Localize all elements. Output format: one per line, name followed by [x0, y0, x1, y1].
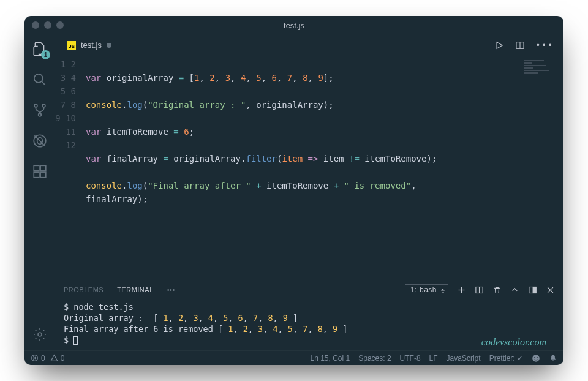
svg-point-4: [39, 113, 42, 116]
terminal-tab[interactable]: TERMINAL: [117, 286, 154, 298]
new-terminal-icon[interactable]: [457, 285, 466, 295]
svg-point-0: [34, 74, 43, 83]
editor-tabs: JS test.js •••: [55, 34, 564, 56]
more-actions-icon[interactable]: •••: [536, 40, 554, 50]
minimap[interactable]: [521, 56, 564, 279]
window-title: test.js: [284, 21, 304, 30]
close-window-button[interactable]: [32, 21, 39, 29]
unsaved-indicator-icon: [107, 43, 111, 48]
svg-point-28: [537, 357, 538, 358]
watermark: codevscolor.com: [481, 337, 546, 348]
editor-group: JS test.js ••• 1 2 3 4 5 6 7 8: [55, 34, 564, 350]
status-cursor-position[interactable]: Ln 15, Col 1: [311, 354, 350, 363]
kill-terminal-icon[interactable]: [492, 285, 502, 295]
line-gutter: 1 2 3 4 5 6 7 8 9 10 11 12: [55, 58, 86, 279]
code-editor[interactable]: 1 2 3 4 5 6 7 8 9 10 11 12 var originalA…: [55, 56, 521, 279]
status-warnings[interactable]: 0: [50, 354, 65, 363]
svg-point-11: [38, 333, 42, 336]
close-panel-icon[interactable]: [546, 285, 555, 295]
vscode-window: test.js 1: [24, 16, 564, 365]
svg-marker-12: [497, 42, 502, 49]
status-errors[interactable]: 0: [31, 354, 45, 363]
minimize-window-button[interactable]: [44, 21, 51, 29]
svg-point-2: [34, 104, 37, 107]
status-prettier[interactable]: Prettier: ✓: [489, 354, 523, 363]
titlebar: test.js: [24, 16, 564, 34]
terminal-selector[interactable]: 1: bash: [405, 284, 448, 295]
maximize-panel-icon[interactable]: [510, 285, 519, 295]
split-terminal-icon[interactable]: [475, 285, 484, 295]
svg-rect-8: [34, 172, 39, 178]
svg-point-27: [534, 357, 535, 358]
status-bar: 0 0 Ln 15, Col 1 Spaces: 2 UTF-8 LF Java…: [24, 350, 564, 365]
split-editor-icon[interactable]: [515, 40, 525, 50]
svg-line-1: [42, 81, 45, 85]
settings-gear-icon[interactable]: [31, 326, 48, 343]
status-language[interactable]: JavaScript: [447, 354, 481, 363]
explorer-badge: 1: [41, 50, 50, 59]
extensions-icon[interactable]: [31, 163, 48, 180]
debug-icon[interactable]: [31, 132, 48, 149]
run-icon[interactable]: [494, 40, 504, 50]
code-content[interactable]: var originalArray = [1, 2, 3, 4, 5, 6, 7…: [86, 58, 521, 279]
window-controls: [32, 21, 64, 29]
maximize-window-button[interactable]: [56, 21, 64, 29]
js-file-icon: JS: [67, 41, 76, 50]
source-control-icon[interactable]: [31, 102, 48, 119]
svg-rect-20: [533, 287, 536, 293]
move-panel-icon[interactable]: [528, 285, 537, 295]
svg-rect-7: [34, 165, 39, 171]
status-bell-icon[interactable]: [549, 354, 557, 363]
explorer-icon[interactable]: 1: [31, 40, 48, 58]
status-feedback-icon[interactable]: [532, 354, 540, 363]
svg-rect-10: [40, 165, 46, 171]
svg-point-26: [532, 355, 540, 362]
tab-test-js[interactable]: JS test.js: [60, 34, 119, 56]
more-panels-icon[interactable]: •••: [167, 286, 175, 293]
activity-bar: 1: [24, 34, 55, 350]
search-icon[interactable]: [31, 71, 48, 88]
editor-actions: •••: [494, 40, 564, 50]
svg-rect-9: [40, 172, 46, 178]
status-indent[interactable]: Spaces: 2: [358, 354, 391, 363]
problems-tab[interactable]: PROBLEMS: [64, 286, 104, 293]
svg-point-3: [42, 104, 45, 107]
status-encoding[interactable]: UTF-8: [400, 354, 421, 363]
status-eol[interactable]: LF: [429, 354, 438, 363]
tab-label: test.js: [81, 40, 102, 50]
